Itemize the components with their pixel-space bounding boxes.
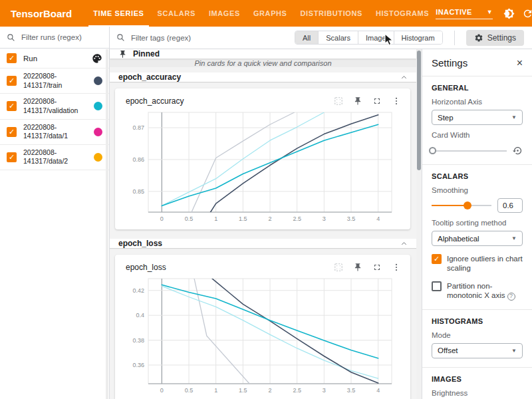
run-row-data-2[interactable]: ✓ 20220808-141317/data/2 bbox=[0, 145, 109, 170]
run-checkbox[interactable]: ✓ bbox=[7, 127, 17, 137]
svg-text:4: 4 bbox=[376, 387, 380, 394]
dark-mode-toggle-icon[interactable] bbox=[499, 4, 518, 23]
chip-histogram[interactable]: Histogram bbox=[394, 31, 442, 44]
settings-section-scalars: SCALARS Smoothing 0.6 Tooltip sorting me… bbox=[422, 164, 532, 309]
tab-graphs[interactable]: GRAPHS bbox=[247, 0, 294, 27]
fullscreen-icon[interactable] bbox=[372, 96, 382, 106]
runs-sidebar: Filter runs (regex) ✓ Run ✓ 20220808-141… bbox=[0, 27, 110, 399]
epoch-accuracy-chart[interactable]: 00.511.522.533.540.850.860.87 bbox=[119, 108, 401, 225]
smoothing-value-input[interactable]: 0.6 bbox=[497, 198, 523, 213]
tooltip-sorting-value: Alphabetical bbox=[438, 235, 479, 243]
scrollbar-thumb[interactable] bbox=[417, 51, 421, 170]
close-icon[interactable]: × bbox=[517, 58, 523, 68]
run-checkbox[interactable]: ✓ bbox=[7, 152, 17, 162]
settings-section-images: IMAGES Brightness Contrast bbox=[422, 367, 532, 399]
svg-text:2.5: 2.5 bbox=[293, 215, 301, 222]
svg-text:1: 1 bbox=[214, 215, 217, 222]
tooltip-sorting-label: Tooltip sorting method bbox=[432, 219, 523, 227]
settings-section-histograms: HISTOGRAMS Mode Offset ▼ bbox=[422, 309, 532, 367]
svg-text:0.85: 0.85 bbox=[132, 188, 144, 195]
card-width-label: Card Width bbox=[432, 131, 523, 139]
run-label: 20220808-141317/train bbox=[23, 72, 91, 90]
smoothing-slider[interactable] bbox=[432, 201, 491, 209]
svg-text:1: 1 bbox=[214, 387, 217, 394]
epoch-loss-chart[interactable]: 00.511.522.533.540.360.380.40.42 bbox=[119, 275, 401, 397]
ignore-outliers-checkbox[interactable]: ✓ bbox=[432, 254, 442, 264]
chip-image[interactable]: Image bbox=[358, 31, 394, 44]
tab-distributions[interactable]: DISTRIBUTIONS bbox=[294, 0, 369, 27]
run-row-validation[interactable]: ✓ 20220808-141317/validation bbox=[0, 94, 109, 119]
filter-runs-row[interactable]: Filter runs (regex) bbox=[0, 27, 109, 49]
pinned-section-header: Pinned bbox=[110, 49, 416, 59]
pin-icon bbox=[118, 50, 127, 59]
tab-histograms[interactable]: HISTOGRAMS bbox=[369, 0, 436, 27]
svg-text:0.4: 0.4 bbox=[136, 312, 144, 319]
horizontal-axis-value: Step bbox=[438, 114, 454, 122]
refresh-icon[interactable] bbox=[518, 4, 532, 23]
main-scrollbar[interactable] bbox=[416, 49, 422, 399]
ignore-outliers-row[interactable]: ✓ Ignore outliers in chart scaling bbox=[432, 254, 523, 273]
horizontal-axis-select[interactable]: Step ▼ bbox=[432, 110, 523, 125]
data-table-toggle-icon[interactable] bbox=[334, 263, 343, 272]
run-list-header: ✓ Run bbox=[0, 49, 109, 68]
select-all-runs-checkbox[interactable]: ✓ bbox=[7, 53, 17, 63]
svg-text:3: 3 bbox=[323, 387, 326, 394]
partition-x-row[interactable]: ✓ Partition non-monotonic X axis? bbox=[432, 281, 523, 301]
tab-scalars[interactable]: SCALARS bbox=[151, 0, 202, 27]
kebab-menu-icon[interactable] bbox=[392, 96, 401, 106]
chevron-up-icon[interactable] bbox=[400, 74, 408, 81]
section-epoch-loss[interactable]: epoch_loss bbox=[110, 239, 416, 248]
data-table-toggle-icon[interactable] bbox=[334, 96, 343, 106]
section-epoch-accuracy[interactable]: epoch_accuracy bbox=[110, 72, 416, 82]
app-header: TensorBoard TIME SERIES SCALARS IMAGES G… bbox=[0, 0, 532, 27]
tensorboard-app: TensorBoard TIME SERIES SCALARS IMAGES G… bbox=[0, 0, 532, 399]
settings-button[interactable]: Settings bbox=[466, 30, 524, 46]
sidebar-scrollbar[interactable] bbox=[106, 49, 108, 399]
tag-filter-bar: Filter tags (regex) All Scalars Image Hi… bbox=[110, 27, 532, 49]
svg-text:3.5: 3.5 bbox=[347, 387, 356, 394]
reset-icon[interactable] bbox=[513, 146, 523, 156]
status-select[interactable]: INACTIVE ▼ bbox=[436, 8, 493, 19]
run-label: 20220808-141317/data/2 bbox=[23, 148, 91, 166]
nav-tabs: TIME SERIES SCALARS IMAGES GRAPHS DISTRI… bbox=[86, 0, 436, 27]
kebab-menu-icon[interactable] bbox=[392, 263, 401, 272]
tag-type-filter-group: All Scalars Image Histogram bbox=[295, 31, 443, 45]
svg-text:0.5: 0.5 bbox=[185, 215, 194, 222]
run-row-data-1[interactable]: ✓ 20220808-141317/data/1 bbox=[0, 120, 109, 145]
partition-x-checkbox[interactable]: ✓ bbox=[432, 281, 442, 291]
epoch-loss-card: epoch_loss bbox=[115, 255, 410, 399]
run-checkbox[interactable]: ✓ bbox=[7, 101, 17, 111]
tab-time-series[interactable]: TIME SERIES bbox=[86, 0, 150, 27]
run-column-label: Run bbox=[23, 55, 92, 63]
run-row-train[interactable]: ✓ 20220808-141317/train bbox=[0, 68, 109, 94]
histogram-mode-select[interactable]: Offset ▼ bbox=[432, 343, 523, 358]
chevron-down-icon: ▼ bbox=[511, 348, 517, 354]
filter-tags-input[interactable]: Filter tags (regex) bbox=[131, 34, 191, 42]
search-icon bbox=[116, 33, 125, 42]
pin-icon[interactable] bbox=[353, 263, 362, 272]
svg-text:2: 2 bbox=[268, 387, 271, 394]
fullscreen-icon[interactable] bbox=[372, 263, 382, 272]
pin-icon[interactable] bbox=[353, 96, 362, 106]
settings-section-general: GENERAL Horizontal Axis Step ▼ Card Widt… bbox=[422, 76, 532, 164]
histogram-mode-value: Offset bbox=[438, 346, 458, 354]
svg-text:1.5: 1.5 bbox=[239, 215, 247, 222]
card-width-slider[interactable] bbox=[432, 147, 507, 155]
run-color-dot bbox=[94, 128, 102, 136]
palette-icon[interactable] bbox=[92, 53, 102, 64]
tab-images[interactable]: IMAGES bbox=[202, 0, 247, 27]
partition-x-label: Partition non-monotonic X axis? bbox=[447, 281, 523, 301]
run-label: 20220808-141317/data/1 bbox=[23, 123, 91, 141]
search-icon bbox=[7, 33, 15, 42]
run-checkbox[interactable]: ✓ bbox=[7, 76, 17, 86]
chevron-up-icon[interactable] bbox=[400, 240, 408, 247]
filter-runs-input[interactable]: Filter runs (regex) bbox=[21, 33, 82, 41]
svg-text:3.5: 3.5 bbox=[347, 215, 356, 222]
header-right: INACTIVE ▼ bbox=[436, 0, 532, 27]
card-title: epoch_accuracy bbox=[126, 96, 184, 106]
chip-scalars[interactable]: Scalars bbox=[319, 31, 358, 44]
chip-all[interactable]: All bbox=[295, 31, 319, 44]
tooltip-sorting-select[interactable]: Alphabetical ▼ bbox=[432, 231, 523, 246]
epoch-accuracy-card: epoch_accuracy bbox=[115, 88, 410, 229]
help-icon[interactable]: ? bbox=[507, 293, 515, 301]
